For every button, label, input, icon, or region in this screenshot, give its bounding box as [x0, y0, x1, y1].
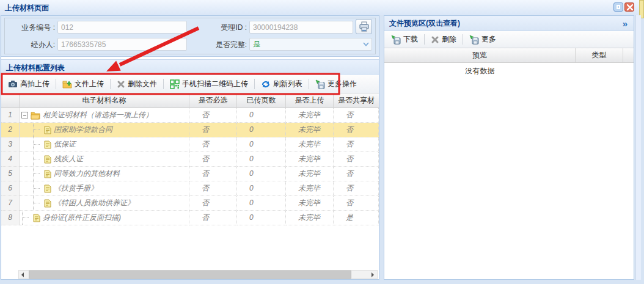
pages-value: 0 — [237, 123, 286, 137]
table-row[interactable]: 6 《扶贫手册》 否 0 未完毕 否 — [1, 181, 379, 196]
shared-value: 否 — [334, 152, 379, 167]
material-name: 低保证 — [54, 137, 76, 151]
window-titlebar: 上传材料页面 — [0, 0, 644, 15]
preview-grid-header: 预览 类型 — [384, 48, 634, 63]
uploaded-value: 未完毕 — [286, 181, 334, 196]
qr-scan-upload-button[interactable]: 手机扫描二维码上传 — [166, 77, 252, 91]
pages-value: 0 — [237, 211, 286, 225]
scroll-right-arrow[interactable] — [368, 271, 377, 279]
table-row-selected[interactable]: 2 国家助学贷款合同 否 0 未完毕 否 — [1, 123, 379, 137]
file-preview-panel: 文件预览区(双击查看) » 下载 删除 — [384, 15, 634, 280]
shared-value: 否 — [334, 137, 379, 152]
accept-id-field[interactable] — [249, 21, 353, 34]
download-button[interactable]: 下载 — [387, 32, 422, 46]
preview-toolbar: 下载 删除 更多 — [384, 31, 634, 48]
column-material-name[interactable]: 电子材料名称 — [20, 93, 189, 107]
shared-value: 否 — [334, 196, 379, 211]
more-actions-button[interactable]: 更多操作 — [311, 77, 361, 91]
table-row[interactable]: 1 相关证明材料（请选择一项上传） 否 0 未完毕 否 — [1, 108, 379, 123]
pages-value: 0 — [237, 167, 286, 181]
uploaded-value: 未完毕 — [286, 152, 334, 167]
download-icon — [391, 35, 401, 45]
refresh-list-button[interactable]: 刷新列表 — [257, 77, 307, 91]
pages-value: 0 — [237, 137, 286, 152]
horizontal-scrollbar[interactable] — [18, 270, 378, 279]
column-preview[interactable]: 预览 — [384, 48, 576, 62]
toolbar-separator — [56, 79, 56, 89]
camera-icon — [8, 79, 18, 89]
close-icon — [626, 4, 634, 11]
shared-value: 是 — [334, 211, 379, 225]
operator-field[interactable] — [57, 38, 187, 51]
required-value: 否 — [189, 211, 237, 225]
shared-value: 否 — [334, 181, 379, 196]
document-icon — [33, 214, 40, 222]
button-label: 文件上传 — [75, 79, 104, 89]
biz-no-field[interactable] — [57, 21, 187, 34]
table-row[interactable]: 8 身份证(原件正反面扫描) 否 0 未完毕 是 — [1, 211, 379, 225]
column-shared[interactable]: 是否共享材 — [334, 93, 379, 107]
required-value: 否 — [189, 137, 237, 152]
table-row[interactable]: 7 《特困人员救助供养证》 否 0 未完毕 否 — [1, 196, 379, 211]
print-button[interactable] — [356, 19, 372, 34]
right-scroll-strip[interactable] — [635, 15, 641, 280]
page-title: 上传材料页面 — [5, 3, 49, 13]
material-name: 相关证明材料（请选择一项上传） — [43, 108, 153, 122]
pages-value: 0 — [237, 108, 286, 123]
document-icon — [44, 170, 51, 178]
preview-title: 文件预览区(双击查看) — [389, 19, 460, 27]
row-number: 3 — [1, 137, 20, 152]
row-number: 8 — [1, 211, 20, 225]
toolbar-separator — [110, 79, 111, 89]
delete-x-icon — [117, 80, 125, 89]
column-rownum[interactable] — [1, 93, 20, 107]
table-row[interactable]: 5 同等效力的其他材料 否 0 未完毕 否 — [1, 167, 379, 181]
material-name: 《特困人员救助供养证》 — [54, 196, 134, 210]
chevron-down-icon — [363, 42, 369, 46]
material-name: 身份证(原件正反面扫描) — [43, 211, 121, 225]
empty-data-message: 没有数据 — [384, 66, 576, 76]
high-camera-upload-button[interactable]: 高拍上传 — [4, 77, 54, 91]
row-number: 1 — [1, 108, 20, 123]
toolbar-separator — [163, 79, 164, 89]
row-number: 5 — [1, 167, 20, 181]
preview-header: 文件预览区(双击查看) » — [384, 16, 634, 31]
tree-elbow — [22, 211, 31, 225]
complete-label: 是否完整: — [202, 40, 247, 50]
document-icon — [44, 140, 51, 149]
file-upload-icon — [62, 79, 72, 89]
column-required[interactable]: 是否必选 — [189, 93, 237, 107]
button-label: 更多操作 — [327, 79, 357, 89]
shared-value: 否 — [334, 123, 379, 137]
toolbar-separator — [309, 79, 309, 89]
button-label: 删除文件 — [128, 79, 157, 89]
button-label: 高拍上传 — [20, 79, 49, 89]
tree-collapse-icon[interactable] — [21, 112, 28, 118]
delete-button[interactable]: 删除 — [426, 32, 461, 46]
table-row[interactable]: 4 残疾人证 否 0 未完毕 否 — [1, 152, 379, 167]
operator-label: 经办人: — [7, 40, 55, 50]
document-icon — [44, 199, 51, 208]
scroll-left-arrow[interactable] — [19, 271, 28, 279]
file-upload-button[interactable]: 文件上传 — [58, 77, 108, 91]
collapse-panel-icon[interactable]: » — [623, 16, 628, 31]
scrollbar-thumb[interactable] — [29, 271, 351, 279]
more-button[interactable]: 更多 — [465, 32, 500, 46]
table-row[interactable]: 3 低保证 否 0 未完毕 否 — [1, 137, 379, 152]
complete-select[interactable]: 是 — [249, 38, 372, 51]
required-value: 否 — [189, 108, 237, 123]
qr-code-icon — [170, 79, 180, 89]
column-uploaded[interactable]: 是否上传 — [286, 93, 334, 107]
refresh-icon — [261, 79, 271, 89]
document-icon — [44, 126, 51, 134]
materials-toolbar: 高拍上传 文件上传 删除文件 — [1, 75, 379, 93]
grid-header: 电子材料名称 是否必选 已传页数 是否上传 是否共享材 — [1, 93, 379, 108]
biz-no-label: 业务编号 : — [7, 23, 55, 33]
column-pages[interactable]: 已传页数 — [237, 93, 286, 107]
required-value: 否 — [189, 167, 237, 181]
uploaded-value: 未完毕 — [286, 196, 334, 211]
column-type[interactable]: 类型 — [576, 48, 623, 62]
delete-file-button[interactable]: 删除文件 — [112, 77, 161, 91]
window-restore-button[interactable] — [613, 2, 623, 12]
window-close-button[interactable] — [624, 2, 634, 12]
